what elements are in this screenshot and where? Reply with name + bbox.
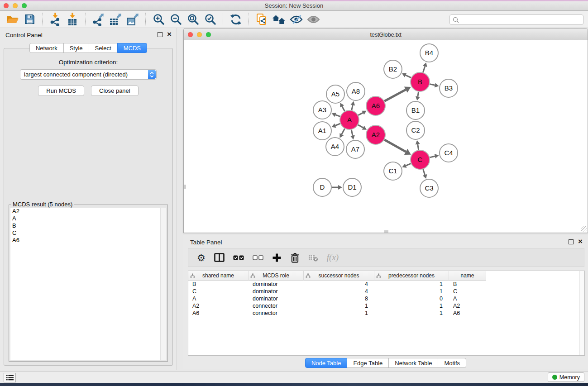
- run-mcds-button[interactable]: Run MCDS: [38, 86, 84, 96]
- graph-edge-C-C3[interactable]: [423, 169, 425, 175]
- graph-edge-C-C2[interactable]: [418, 144, 419, 150]
- optimization-dropdown[interactable]: largest connected component (directed): [20, 69, 157, 80]
- graph-edge-A2-C[interactable]: [384, 140, 406, 152]
- create-column-button[interactable]: [272, 253, 282, 262]
- tab-node-table[interactable]: Node Table: [305, 358, 348, 368]
- cell-name[interactable]: A2: [449, 302, 486, 310]
- graph-edge-A-A5[interactable]: [342, 106, 345, 111]
- graph-edge-A-A6[interactable]: [358, 113, 363, 115]
- tab-motifs[interactable]: Motifs: [438, 358, 466, 368]
- open-session-button[interactable]: [4, 12, 21, 27]
- table-row[interactable]: A2connector11A2: [188, 302, 584, 310]
- cell-shared-name[interactable]: C: [188, 288, 249, 295]
- task-history-button[interactable]: [4, 373, 16, 382]
- result-item[interactable]: A: [10, 215, 166, 222]
- table-row[interactable]: A6connector11A6: [188, 310, 584, 317]
- graph-edge-B-B2[interactable]: [406, 75, 411, 78]
- hide-graphics-details-button[interactable]: [287, 12, 305, 27]
- zoom-selected-button[interactable]: [201, 12, 219, 27]
- cell-predecessor-nodes[interactable]: 1: [374, 302, 449, 310]
- close-panel-icon[interactable]: ×: [167, 30, 172, 39]
- export-network-button[interactable]: [90, 12, 107, 27]
- zoom-out-button[interactable]: [167, 12, 184, 27]
- graph-edge-A-A4[interactable]: [342, 129, 345, 134]
- save-session-button[interactable]: [21, 12, 38, 27]
- birds-eye-handle-icon[interactable]: [384, 230, 388, 233]
- cell-predecessor-nodes[interactable]: 1: [374, 281, 449, 288]
- cell-shared-name[interactable]: A2: [188, 302, 249, 310]
- table-row[interactable]: Adominator80A: [188, 295, 584, 302]
- home-layout-button[interactable]: [270, 12, 287, 27]
- cell-successor-nodes[interactable]: 4: [304, 288, 374, 295]
- graph-edge-A-A2[interactable]: [358, 125, 363, 128]
- result-item[interactable]: A2: [10, 208, 166, 215]
- duplicate-network-button[interactable]: [253, 12, 270, 27]
- close-table-panel-icon[interactable]: ×: [578, 237, 583, 246]
- cell-MCDS-role[interactable]: dominator: [249, 288, 304, 295]
- column-header-shared-name[interactable]: shared name: [188, 271, 249, 281]
- search-box[interactable]: [449, 14, 583, 25]
- tab-network[interactable]: Network: [29, 43, 64, 53]
- cell-shared-name[interactable]: A6: [188, 310, 249, 317]
- result-scrollbar[interactable]: [160, 208, 166, 360]
- column-header-predecessor-nodes[interactable]: predecessor nodes: [374, 271, 449, 281]
- cell-MCDS-role[interactable]: connector: [249, 310, 304, 317]
- cell-MCDS-role[interactable]: dominator: [249, 295, 304, 302]
- table-settings-button[interactable]: ⚙: [197, 253, 206, 262]
- graph-edge-B-B3[interactable]: [430, 84, 435, 86]
- tab-edge-table[interactable]: Edge Table: [347, 358, 389, 368]
- tab-network-table[interactable]: Network Table: [388, 358, 438, 368]
- tab-select[interactable]: Select: [89, 43, 118, 53]
- tab-style[interactable]: Style: [63, 43, 89, 53]
- cell-predecessor-nodes[interactable]: 1: [374, 310, 449, 317]
- export-image-button[interactable]: [124, 12, 141, 27]
- cell-shared-name[interactable]: A: [188, 295, 249, 302]
- float-table-panel-icon[interactable]: [569, 239, 574, 244]
- delete-column-button[interactable]: [290, 253, 300, 263]
- graph-edge-C-C4[interactable]: [430, 156, 435, 157]
- graph-edge-A-A7[interactable]: [351, 130, 353, 136]
- graph-edge-A-A8[interactable]: [352, 105, 353, 110]
- show-columns-button[interactable]: [214, 253, 225, 262]
- memory-button[interactable]: Memory: [548, 372, 584, 382]
- result-item[interactable]: B: [10, 222, 166, 229]
- select-all-columns-button[interactable]: [233, 255, 244, 260]
- cell-name[interactable]: B: [449, 281, 486, 288]
- column-header-name[interactable]: name: [449, 271, 486, 281]
- cell-name[interactable]: C: [449, 288, 486, 295]
- cell-successor-nodes[interactable]: 8: [304, 295, 374, 302]
- import-table-button[interactable]: [64, 12, 81, 27]
- cell-MCDS-role[interactable]: connector: [249, 302, 304, 310]
- graph-edge-A6-B[interactable]: [384, 90, 406, 101]
- cell-successor-nodes[interactable]: 4: [304, 281, 374, 288]
- cell-successor-nodes[interactable]: 1: [304, 310, 374, 317]
- zoom-in-button[interactable]: [150, 12, 167, 27]
- table-scrollbar[interactable]: [579, 271, 584, 355]
- cell-successor-nodes[interactable]: 1: [304, 302, 374, 310]
- cell-name[interactable]: A6: [449, 310, 486, 317]
- import-network-button[interactable]: [47, 12, 64, 27]
- table-row[interactable]: Bdominator41B: [188, 281, 584, 288]
- graph-edge-B-B1[interactable]: [418, 92, 419, 97]
- graph-edge-B-B4[interactable]: [423, 67, 425, 72]
- network-canvas[interactable]: A5A8A6A3AA1A4A7A2B2B4BB3B1C2C4CC1C3DD1: [184, 40, 588, 233]
- column-header-successor-nodes[interactable]: successor nodes: [304, 271, 374, 281]
- window-resize-grip[interactable]: [581, 226, 587, 232]
- refresh-button[interactable]: [227, 12, 244, 27]
- graph-edge-A-A3[interactable]: [335, 115, 340, 117]
- zoom-fit-button[interactable]: [184, 12, 201, 27]
- table-row[interactable]: Cdominator41C: [188, 288, 584, 295]
- graph-edge-A-A1[interactable]: [335, 124, 340, 125]
- result-item[interactable]: C: [10, 229, 166, 237]
- network-graph[interactable]: A5A8A6A3AA1A4A7A2B2B4BB3B1C2C4CC1C3DD1: [184, 40, 588, 233]
- float-panel-icon[interactable]: [158, 32, 163, 37]
- cell-predecessor-nodes[interactable]: 1: [374, 288, 449, 295]
- cell-predecessor-nodes[interactable]: 0: [374, 295, 449, 302]
- cell-shared-name[interactable]: B: [188, 281, 249, 288]
- unselect-all-columns-button[interactable]: [253, 255, 263, 260]
- export-table-button[interactable]: [107, 12, 124, 27]
- cell-MCDS-role[interactable]: dominator: [249, 281, 304, 288]
- close-panel-button[interactable]: Close panel: [91, 86, 139, 96]
- show-graphics-details-button[interactable]: [305, 12, 322, 27]
- cell-name[interactable]: A: [449, 295, 486, 302]
